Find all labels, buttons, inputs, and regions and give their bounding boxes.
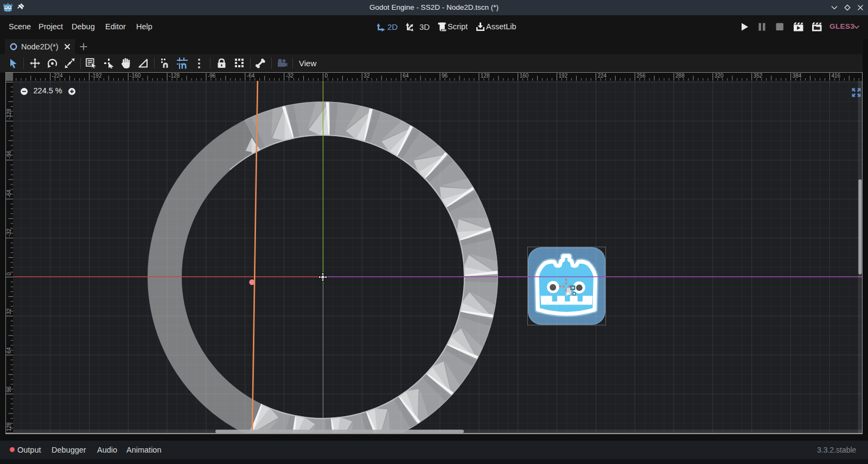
svg-text:0: 0 [6, 272, 12, 275]
svg-text:-64: -64 [6, 189, 12, 197]
svg-text:-192: -192 [91, 73, 101, 79]
svg-text:-96: -96 [208, 73, 216, 79]
svg-text:352: 352 [754, 73, 763, 79]
svg-text:288: 288 [675, 73, 685, 79]
svg-text:416: 416 [831, 73, 840, 79]
svg-text:96: 96 [442, 73, 448, 79]
svg-text:-128: -128 [169, 73, 180, 79]
svg-text:-96: -96 [6, 150, 12, 158]
svg-text:32: 32 [6, 308, 12, 314]
svg-text:192: 192 [559, 73, 568, 79]
svg-text:-64: -64 [247, 73, 255, 79]
svg-text:224: 224 [597, 73, 607, 79]
svg-text:64: 64 [6, 347, 12, 353]
svg-text:256: 256 [636, 73, 646, 79]
svg-text:-160: -160 [130, 73, 141, 79]
svg-text:96: 96 [6, 386, 12, 392]
svg-text:64: 64 [403, 73, 409, 79]
svg-text:320: 320 [714, 73, 724, 79]
svg-text:-32: -32 [6, 228, 12, 236]
svg-text:0: 0 [325, 73, 328, 79]
svg-text:384: 384 [793, 73, 802, 79]
svg-text:160: 160 [520, 73, 529, 79]
svg-text:-32: -32 [286, 73, 294, 79]
svg-text:-224: -224 [52, 73, 63, 79]
svg-text:-128: -128 [6, 108, 12, 119]
svg-text:128: 128 [481, 73, 490, 79]
svg-text:32: 32 [363, 73, 370, 79]
svg-text:128: 128 [6, 422, 12, 431]
